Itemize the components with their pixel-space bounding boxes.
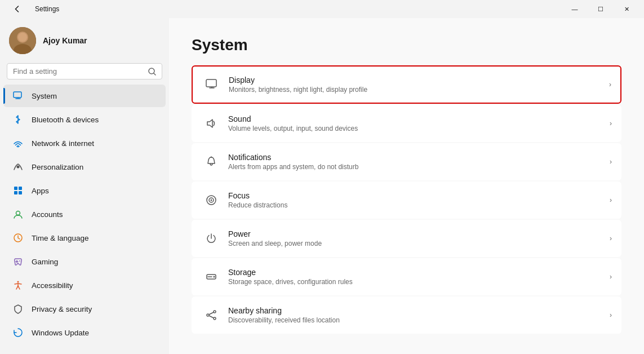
settings-item-storage[interactable]: Storage Storage space, drives, configura… bbox=[192, 258, 621, 295]
notifications-text: Notifications Alerts from apps and syste… bbox=[228, 153, 610, 171]
apps-icon bbox=[12, 185, 24, 196]
storage-desc: Storage space, drives, configuration rul… bbox=[228, 278, 610, 286]
main-content: System Display Monitors, brightness, nig… bbox=[169, 18, 644, 354]
nearby-sharing-icon bbox=[201, 305, 221, 325]
svg-point-10 bbox=[17, 166, 20, 169]
network-icon bbox=[12, 138, 24, 149]
sound-desc: Volume levels, output, input, sound devi… bbox=[228, 125, 610, 132]
sidebar-item-apps[interactable]: Apps bbox=[3, 179, 166, 202]
app-title: Settings bbox=[35, 5, 59, 13]
sidebar-label-network: Network & internet bbox=[32, 139, 94, 148]
svg-rect-14 bbox=[19, 191, 22, 194]
sidebar-label-update: Windows Update bbox=[32, 329, 89, 337]
settings-item-notifications[interactable]: Notifications Alerts from apps and syste… bbox=[192, 143, 621, 180]
accessibility-icon bbox=[12, 280, 24, 291]
search-icon bbox=[148, 68, 156, 76]
bluetooth-icon bbox=[12, 114, 24, 125]
svg-point-33 bbox=[214, 317, 216, 320]
notifications-desc: Alerts from apps and system, do not dist… bbox=[228, 163, 610, 171]
sidebar-item-bluetooth[interactable]: Bluetooth & devices bbox=[3, 108, 166, 131]
display-desc: Monitors, brightness, night light, displ… bbox=[229, 86, 609, 94]
settings-item-power[interactable]: Power Screen and sleep, power mode › bbox=[192, 220, 621, 257]
svg-line-35 bbox=[209, 316, 214, 318]
sidebar-item-privacy[interactable]: Privacy & security bbox=[3, 298, 166, 320]
update-icon bbox=[12, 327, 24, 338]
personalization-icon bbox=[12, 161, 24, 172]
sidebar-label-bluetooth: Bluetooth & devices bbox=[32, 116, 99, 124]
sidebar-label-accounts: Accounts bbox=[32, 210, 63, 219]
svg-rect-6 bbox=[14, 92, 21, 98]
svg-point-20 bbox=[17, 281, 19, 283]
sound-chevron: › bbox=[610, 120, 612, 127]
avatar-image bbox=[9, 27, 36, 54]
svg-line-34 bbox=[209, 312, 214, 315]
storage-name: Storage bbox=[228, 268, 610, 277]
privacy-icon bbox=[12, 303, 24, 315]
notifications-chevron: › bbox=[610, 158, 612, 166]
svg-point-27 bbox=[211, 200, 212, 201]
settings-item-display[interactable]: Display Monitors, brightness, night ligh… bbox=[192, 65, 621, 104]
focus-chevron: › bbox=[610, 196, 612, 204]
sidebar-item-system[interactable]: System bbox=[3, 85, 166, 107]
close-button[interactable]: ✕ bbox=[614, 0, 639, 18]
minimize-button[interactable]: — bbox=[562, 0, 588, 18]
settings-item-nearby-sharing[interactable]: Nearby sharing Discoverability, received… bbox=[192, 297, 621, 334]
gaming-icon bbox=[12, 256, 24, 267]
focus-icon bbox=[201, 190, 221, 210]
sidebar-label-privacy: Privacy & security bbox=[32, 305, 92, 313]
back-button[interactable] bbox=[5, 0, 30, 18]
power-name: Power bbox=[228, 229, 610, 238]
sidebar-label-accessibility: Accessibility bbox=[32, 281, 73, 290]
search-input[interactable] bbox=[13, 67, 144, 76]
svg-point-31 bbox=[207, 314, 209, 316]
sound-text: Sound Volume levels, output, input, soun… bbox=[228, 114, 610, 132]
sidebar-item-gaming[interactable]: Gaming bbox=[3, 250, 166, 273]
notifications-name: Notifications bbox=[228, 153, 610, 162]
accounts-icon bbox=[12, 209, 24, 220]
sound-icon bbox=[201, 113, 221, 134]
display-chevron: › bbox=[609, 81, 611, 88]
sidebar-item-time[interactable]: Time & language bbox=[3, 227, 166, 249]
power-icon bbox=[201, 228, 221, 249]
svg-point-32 bbox=[214, 311, 216, 313]
power-chevron: › bbox=[610, 234, 612, 242]
sidebar-item-network[interactable]: Network & internet bbox=[3, 132, 166, 154]
user-name: Ajoy Kumar bbox=[43, 36, 87, 45]
user-section[interactable]: Ajoy Kumar bbox=[0, 18, 169, 61]
titlebar-left: Settings bbox=[5, 0, 59, 18]
search-box[interactable] bbox=[7, 63, 162, 79]
svg-point-15 bbox=[16, 211, 20, 215]
svg-point-9 bbox=[17, 147, 19, 148]
sidebar-item-personalization[interactable]: Personalization bbox=[3, 156, 166, 178]
svg-line-5 bbox=[154, 73, 156, 75]
sidebar-item-update[interactable]: Windows Update bbox=[3, 321, 166, 344]
focus-text: Focus Reduce distractions bbox=[228, 191, 610, 209]
settings-item-focus[interactable]: Focus Reduce distractions › bbox=[192, 182, 621, 219]
system-icon bbox=[12, 90, 24, 101]
svg-rect-12 bbox=[19, 187, 22, 190]
maximize-button[interactable]: ☐ bbox=[588, 0, 614, 18]
storage-text: Storage Storage space, drives, configura… bbox=[228, 268, 610, 286]
sidebar-item-accounts[interactable]: Accounts bbox=[3, 203, 166, 225]
nearby-sharing-chevron: › bbox=[610, 311, 612, 319]
focus-name: Focus bbox=[228, 191, 610, 200]
display-name: Display bbox=[229, 76, 609, 85]
nearby-sharing-name: Nearby sharing bbox=[228, 306, 610, 315]
svg-point-3 bbox=[18, 33, 27, 42]
svg-point-19 bbox=[19, 260, 20, 262]
svg-rect-11 bbox=[14, 187, 17, 190]
avatar bbox=[9, 27, 36, 54]
notifications-icon bbox=[201, 152, 221, 172]
sidebar: Ajoy Kumar System bbox=[0, 18, 169, 354]
display-text: Display Monitors, brightness, night ligh… bbox=[229, 76, 609, 94]
sidebar-label-gaming: Gaming bbox=[32, 258, 58, 266]
svg-rect-21 bbox=[206, 79, 216, 87]
sidebar-item-accessibility[interactable]: Accessibility bbox=[3, 274, 166, 297]
sidebar-label-personalization: Personalization bbox=[32, 163, 83, 171]
page-title: System bbox=[192, 36, 621, 54]
settings-item-sound[interactable]: Sound Volume levels, output, input, soun… bbox=[192, 105, 621, 142]
sidebar-label-apps: Apps bbox=[32, 187, 49, 195]
display-icon bbox=[202, 74, 222, 95]
time-icon bbox=[12, 232, 24, 244]
focus-desc: Reduce distractions bbox=[228, 201, 610, 209]
